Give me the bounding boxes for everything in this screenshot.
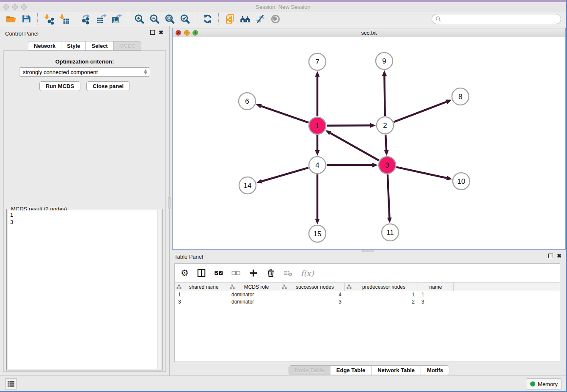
graph-edge-arrowhead	[384, 150, 389, 156]
tab-mcds[interactable]: MCDS	[113, 41, 141, 51]
column-header-name[interactable]: name	[418, 283, 454, 291]
table-cell[interactable]: 3	[418, 298, 454, 306]
tab-edge-table[interactable]: Edge Table	[330, 366, 372, 375]
run-mcds-button[interactable]: Run MCDS	[39, 81, 80, 91]
toolbar-separator	[196, 13, 196, 25]
table-row[interactable]: 3dominator323	[175, 298, 560, 306]
table-cell[interactable]: dominator	[228, 291, 280, 298]
zoom-out-button[interactable]	[147, 13, 162, 25]
tab-motifs[interactable]: Motifs	[421, 366, 449, 375]
main-toolbar	[0, 12, 566, 26]
zoom-in-icon	[134, 14, 145, 25]
tab-network-table[interactable]: Network Table	[372, 366, 421, 375]
graph-edge-3-1[interactable]	[330, 133, 379, 160]
table-cell[interactable]: 3	[175, 298, 228, 306]
combo-stepper-icon	[144, 69, 147, 75]
column-header-successor-nodes[interactable]: successor nodes	[280, 283, 345, 291]
fx-icon: f(x)	[301, 269, 314, 278]
result-scrollbar[interactable]	[157, 210, 161, 369]
graph-edge-3-10[interactable]	[396, 167, 446, 178]
splitter-handle[interactable]	[168, 197, 171, 209]
float-panel-icon[interactable]	[150, 30, 155, 35]
graph-edge-arrowhead	[372, 163, 378, 168]
toolbar-separator	[128, 13, 128, 25]
tab-node-table[interactable]: Node Table	[289, 366, 330, 375]
table-cell[interactable]: 2	[345, 298, 418, 306]
add-column-button[interactable]	[249, 268, 258, 278]
import-table-button[interactable]	[56, 13, 72, 25]
show-all-button[interactable]	[268, 13, 283, 25]
graph-edge-2-8[interactable]	[394, 102, 447, 122]
column-header-MCDS-role[interactable]: MCDS role	[228, 283, 280, 291]
table-cell[interactable]: 1	[345, 291, 418, 298]
export-network-button[interactable]	[79, 13, 94, 25]
save-session-button[interactable]	[19, 13, 34, 25]
open-session-button[interactable]	[3, 13, 19, 25]
tab-style[interactable]: Style	[61, 41, 86, 51]
graph-edge-1-6[interactable]	[261, 106, 308, 123]
workspace-area: ✕ − + scc.txt 1234678910111415 Table Pan…	[170, 26, 566, 376]
graph-node-label: 6	[245, 97, 249, 105]
graph-edge-1-2[interactable]	[327, 125, 370, 126]
table-cell[interactable]: 3	[280, 298, 345, 306]
table-row[interactable]: 1dominator411	[175, 291, 560, 298]
deselect-all-button[interactable]	[231, 268, 241, 278]
export-table-button[interactable]	[94, 13, 109, 25]
table-cell[interactable]: dominator	[228, 298, 280, 306]
zoom-selected-button[interactable]	[177, 13, 193, 25]
table-cell[interactable]: 4	[280, 291, 345, 298]
task-history-button[interactable]	[5, 378, 17, 389]
graph-edge-3-11[interactable]	[388, 174, 389, 218]
export-image-button[interactable]	[109, 13, 124, 25]
hide-selected-button[interactable]	[253, 13, 268, 25]
memory-label: Memory	[538, 381, 558, 387]
new-network-from-selection-button[interactable]	[222, 13, 237, 25]
column-header-shared-name[interactable]: shared name	[175, 283, 228, 291]
zoom-fit-icon	[164, 14, 175, 25]
column-header-label: name	[420, 284, 451, 290]
delete-table-button[interactable]	[284, 268, 293, 278]
show-all-icon	[270, 14, 281, 25]
tab-select[interactable]: Select	[85, 41, 113, 51]
graph-edge-4-14[interactable]	[262, 168, 308, 181]
home-button[interactable]	[237, 13, 253, 25]
graph-edge-2-3[interactable]	[385, 135, 386, 150]
graph-node-label: 7	[315, 58, 319, 66]
hierarchy-icon	[347, 284, 352, 289]
search-input[interactable]	[443, 16, 557, 22]
control-panel: Control Panel ✖ NetworkStyleSelectMCDS O…	[0, 26, 170, 376]
import-network-button[interactable]	[41, 13, 56, 25]
close-panel-icon[interactable]: ✖	[159, 30, 163, 35]
graph-node-label: 11	[386, 229, 394, 237]
close-panel-icon[interactable]: ✖	[557, 254, 561, 258]
column-header-predecessor-nodes[interactable]: predecessor nodes	[345, 283, 418, 291]
export-network-icon	[81, 14, 92, 25]
float-panel-icon[interactable]	[548, 254, 553, 258]
search-box[interactable]	[432, 14, 561, 24]
memory-button[interactable]: Memory	[526, 378, 562, 389]
table-cell[interactable]: 1	[418, 291, 454, 298]
table-cell[interactable]: 1	[175, 291, 228, 298]
graph-node-label: 1	[315, 122, 319, 130]
close-panel-button[interactable]: Close panel	[86, 81, 130, 91]
zoom-in-button[interactable]	[132, 13, 147, 25]
graph-node-label: 8	[458, 93, 462, 101]
graph-node-label: 3	[385, 161, 389, 169]
graph-edge-arrowhead	[370, 123, 376, 128]
tab-network[interactable]: Network	[28, 41, 61, 51]
function-builder-button[interactable]: f(x)	[301, 269, 314, 278]
column-layout-button[interactable]	[197, 268, 206, 278]
refresh-button[interactable]	[200, 13, 215, 25]
network-window-titlebar[interactable]: ✕ − + scc.txt	[173, 28, 565, 38]
network-canvas[interactable]: 1234678910111415	[173, 37, 565, 249]
table-header-row: shared nameMCDS rolesuccessor nodesprede…	[175, 282, 560, 291]
select-all-button[interactable]	[214, 268, 223, 278]
status-bar: Memory	[0, 375, 566, 391]
delete-table-icon	[284, 268, 293, 278]
criterion-select[interactable]: strongly connected component	[19, 67, 150, 77]
graph-edge-2-9[interactable]	[384, 76, 385, 116]
plus-icon	[249, 268, 258, 278]
delete-column-button[interactable]	[266, 268, 275, 278]
table-settings-button[interactable]: ⚙	[181, 269, 189, 278]
zoom-fit-button[interactable]	[162, 13, 177, 25]
